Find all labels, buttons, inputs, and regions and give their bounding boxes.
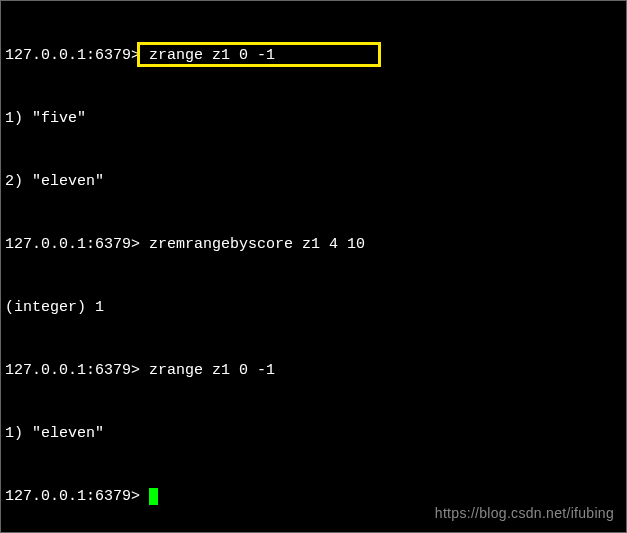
terminal-output[interactable]: 127.0.0.1:6379> zrange z1 0 -1 1) "five"… — [5, 3, 622, 528]
watermark-text: https://blog.csdn.net/ifubing — [435, 504, 614, 524]
terminal-line: 2) "eleven" — [5, 171, 622, 192]
terminal-line: 127.0.0.1:6379> zrange z1 0 -1 — [5, 360, 622, 381]
terminal-line: 1) "five" — [5, 108, 622, 129]
prompt: 127.0.0.1:6379> — [5, 362, 140, 379]
prompt: 127.0.0.1:6379> — [5, 488, 149, 505]
cursor[interactable] — [149, 488, 158, 505]
command: zremrangebyscore z1 4 10 — [140, 236, 365, 253]
terminal-line: (integer) 1 — [5, 297, 622, 318]
prompt: 127.0.0.1:6379> — [5, 236, 140, 253]
command: zrange z1 0 -1 — [140, 362, 275, 379]
terminal-line: 1) "eleven" — [5, 423, 622, 444]
output-text: (integer) 1 — [5, 299, 104, 316]
terminal-line: 127.0.0.1:6379> zrange z1 0 -1 — [5, 45, 622, 66]
output-text: 1) "eleven" — [5, 425, 104, 442]
prompt: 127.0.0.1:6379> — [5, 47, 140, 64]
command: zrange z1 0 -1 — [140, 47, 275, 64]
output-text: 1) "five" — [5, 110, 86, 127]
output-text: 2) "eleven" — [5, 173, 104, 190]
terminal-line: 127.0.0.1:6379> zremrangebyscore z1 4 10 — [5, 234, 622, 255]
